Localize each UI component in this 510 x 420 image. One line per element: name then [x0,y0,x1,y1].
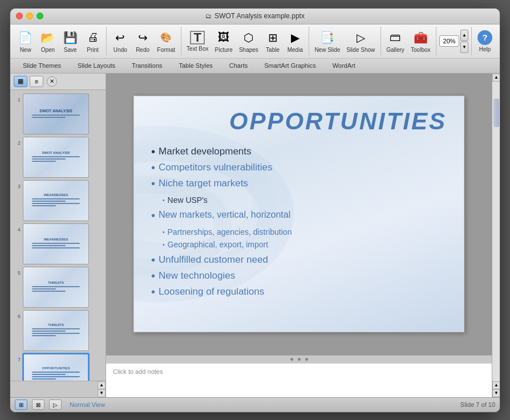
undo-button[interactable]: ↩ Undo [110,28,131,55]
slide-panel-scroll-controls: ▲ ▼ [10,381,106,397]
bullet-text-7: Loosening of regulations [159,284,264,299]
format-icon: 🎨 [158,30,174,46]
picture-icon: 🖼 [216,30,232,46]
h-scroll-dot [290,358,293,361]
slide-thumb-4[interactable]: WEAKNESSES [23,223,89,264]
tab-charts[interactable]: Charts [221,59,256,73]
picture-button[interactable]: 🖼 Picture [212,28,235,55]
slide-sorter-button[interactable]: ⊠ [32,399,44,410]
toolbar-divider-6 [471,27,472,55]
slide-title: OPPORTUNITIES [151,108,447,135]
right-scrollbar[interactable]: ▲ ▲ ▼ [492,74,500,397]
bullet-2: • Competitors vulnerabilities [151,160,447,175]
outline-tab-button[interactable]: ≡ [30,76,43,87]
bullet-text-1: Market developments [159,144,252,159]
open-icon: 📂 [40,30,56,46]
scroll-up-arrow[interactable]: ▲ [98,381,106,389]
sub-list-4: • Partnerships, agencies, distribution •… [151,226,292,251]
slide-thumb-2[interactable]: SWOT ANALYSIS [23,137,89,178]
new-slide-button[interactable]: 📑 New Slide [312,28,343,55]
media-icon: ▶ [287,30,303,46]
scroll-right-thumb[interactable] [493,99,499,127]
bullet-dot-5: • [151,252,155,267]
shapes-button[interactable]: ⬡ Shapes [236,28,261,55]
slide-thumb-container-4: 4 WEAKNESSES [13,223,103,264]
slide-count: Slide 7 of 10 [460,401,495,408]
horizontal-scrollbar[interactable] [106,355,492,363]
sub-dot-4-2: • [163,239,165,249]
window-title: 🗂 SWOT Analysis example.pptx [205,12,305,20]
redo-icon: ↪ [135,30,151,46]
new-slide-icon: 📑 [319,30,335,46]
tab-wordart[interactable]: WordArt [325,59,364,73]
zoom-input[interactable] [439,35,459,47]
panel-close-button[interactable]: ✕ [47,76,57,87]
tab-slide-themes[interactable]: Slide Themes [15,59,70,73]
app-window: 🗂 SWOT Analysis example.pptx 📄 New 📂 Ope… [10,8,500,413]
slide-number-5: 5 [13,267,21,276]
media-button[interactable]: ▶ Media [285,28,306,55]
tab-transitions[interactable]: Transitions [124,59,171,73]
zoom-up-arrow[interactable]: ▲ [460,30,468,41]
close-button[interactable] [16,13,23,19]
slide-number-6: 6 [13,310,21,319]
traffic-lights [16,13,43,19]
slideshow-icon: ▷ [353,30,369,46]
bullet-dot-4: • [151,208,155,223]
maximize-button[interactable] [37,13,43,19]
slides-tab-button[interactable]: ▦ [14,76,27,87]
bullet-text-3: Niche target markets [159,176,248,191]
notes-area[interactable]: Click to add notes [106,363,492,397]
scroll-right-down2-arrow[interactable]: ▼ [492,389,500,397]
h-scroll-track [106,356,492,363]
minimize-button[interactable] [26,13,33,19]
slideshow-button[interactable]: ▷ Slide Show [344,28,378,55]
toolbox-button[interactable]: 🧰 Toolbox [408,28,433,55]
toolbar-divider-5 [436,27,436,55]
tab-table-styles[interactable]: Table Styles [171,59,221,73]
bullet-dot-1: • [151,144,155,159]
save-button[interactable]: 💾 Save [60,28,81,55]
notes-placeholder: Click to add notes [113,368,163,375]
new-button[interactable]: 📄 New [15,28,36,55]
redo-button[interactable]: ↪ Redo [132,28,153,55]
slide-bullets: • Market developments • Competitors vuln… [151,144,447,299]
bullet-3: • Niche target markets • New USP's [151,176,447,207]
help-button[interactable]: ? Help [475,28,495,54]
slide-thumb-3[interactable]: WEAKNESSES [23,180,89,221]
slide-thumb-7[interactable]: OPPORTUNITIES [23,353,89,381]
slide-thumb-container-5: 5 THREATS [13,267,103,308]
h-scroll-dot-2 [298,358,301,361]
presenter-view-button[interactable]: ▷ [49,399,62,410]
slide-thumb-5[interactable]: THREATS [23,267,89,308]
bullet-text-6: New technologies [159,268,235,283]
bullet-4: • New markets, vertical, horizontal • Pa… [151,208,447,251]
slide-panel: ▦ ≡ ✕ 1 SWOT ANALYSIS [10,74,106,397]
table-button[interactable]: ⊞ Table [262,28,283,55]
slide-thumb-container-1: 1 SWOT ANALYSIS [13,93,103,134]
format-button[interactable]: 🎨 Format [155,28,178,55]
scroll-right-up-arrow[interactable]: ▲ [492,74,500,81]
h-scroll-dot-3 [305,358,308,361]
scroll-down-arrow[interactable]: ▼ [98,389,106,397]
gallery-button[interactable]: 🗃 Gallery [384,28,407,55]
open-button[interactable]: 📂 Open [37,28,58,55]
scroll-right-down1-arrow[interactable]: ▲ [492,381,500,389]
toolbar-divider-3 [309,27,309,55]
normal-view-button[interactable]: ⊞ [15,399,27,410]
bullet-7: • Loosening of regulations [151,284,447,299]
zoom-down-arrow[interactable]: ▼ [460,42,468,53]
toolbar: 📄 New 📂 Open 💾 Save 🖨 Print ↩ Undo ↪ Red… [10,25,500,59]
tab-smartart[interactable]: SmartArt Graphics [256,59,324,73]
textbox-button[interactable]: T Text Box [184,29,211,54]
tab-slide-layouts[interactable]: Slide Layouts [70,59,124,73]
slide-thumb-6[interactable]: THREATS [23,310,89,351]
sub-text-3-1: New USP's [168,194,208,206]
slide-container[interactable]: OPPORTUNITIES • Market developments • [106,74,492,355]
gallery-icon: 🗃 [387,30,403,46]
print-button[interactable]: 🖨 Print [82,28,103,55]
slide-thumb-1[interactable]: SWOT ANALYSIS [23,93,89,134]
main-area: ▦ ≡ ✕ 1 SWOT ANALYSIS [10,74,500,397]
slide-canvas: OPPORTUNITIES • Market developments • [133,96,464,332]
zoom-control[interactable]: ▲ ▼ [439,30,468,53]
